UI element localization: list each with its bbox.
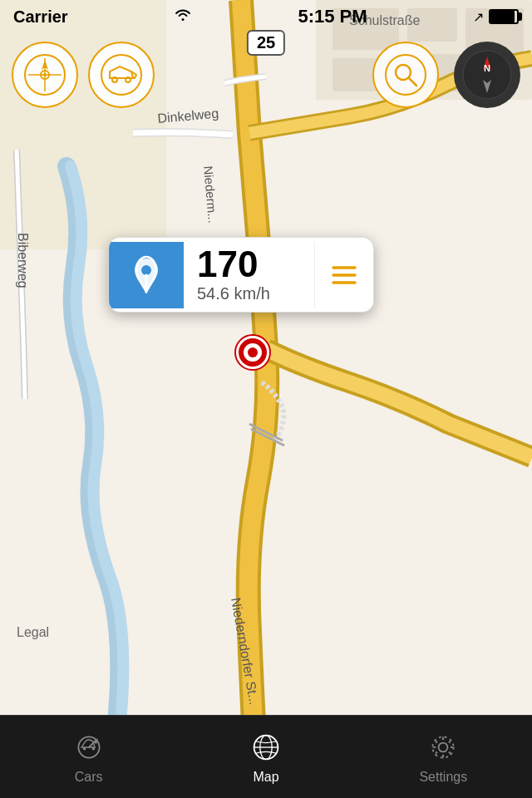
north-compass-icon: N [462,50,512,100]
map-area[interactable]: Dinkelweg Biberweg Niederm... Niederndor… [0,0,532,723]
cars-icon [74,732,104,762]
callout-bubble: 170 54.6 km/h [108,237,374,313]
status-bar: Carrier 5:15 PM ↗ [0,0,532,33]
wifi-icon [174,8,192,26]
pin-icon [123,252,170,298]
tab-settings[interactable]: Settings [355,722,532,793]
callout-menu-button[interactable] [314,242,373,308]
status-time: 5:15 PM [298,6,367,27]
svg-point-20 [43,73,47,76]
svg-point-39 [248,347,258,357]
horn-button[interactable] [88,42,155,108]
svg-text:Biberweg: Biberweg [16,233,30,288]
map-tab-label: Map [253,770,278,785]
svg-point-31 [141,265,151,275]
svg-point-22 [112,77,117,82]
current-location-icon [234,333,272,372]
globe-icon [251,732,281,762]
cars-tab-icon [71,730,106,765]
tab-map[interactable]: Map [177,722,354,793]
speed-callout: 170 54.6 km/h [108,237,374,313]
svg-point-46 [439,742,448,751]
callout-pin-icon [109,242,184,308]
callout-content: 170 54.6 km/h [184,238,314,312]
callout-speed-unit: 54.6 km/h [197,284,301,303]
location-marker [234,333,272,372]
north-compass[interactable]: N [454,42,520,108]
battery-icon [489,9,519,24]
search-button[interactable] [372,42,439,108]
search-icon [384,53,427,96]
tab-bar: Cars Map [0,715,532,798]
callout-speed-number: 170 [197,246,301,283]
svg-point-41 [82,747,86,751]
speed-limit-badge: 25 [247,30,285,56]
svg-line-26 [409,78,416,86]
svg-point-42 [91,747,95,751]
status-right: ↗ [473,9,519,25]
svg-text:N: N [484,63,490,73]
horn-icon [100,53,143,96]
svg-point-24 [386,55,426,95]
location-arrow-icon: ↗ [473,9,484,25]
legal-text[interactable]: Legal [17,625,49,640]
carrier-text: Carrier [13,7,68,27]
menu-lines-icon [328,259,360,291]
gear-icon [428,732,458,762]
map-tab-icon [249,730,283,765]
settings-tab-label: Settings [419,770,467,785]
speed-limit-value: 25 [257,33,275,52]
compass-button[interactable] [12,42,78,108]
svg-point-23 [126,77,131,82]
battery-fill [490,11,515,22]
tab-cars[interactable]: Cars [0,722,177,793]
settings-tab-icon [426,730,461,765]
compass-icon [23,53,66,96]
cars-tab-label: Cars [75,770,103,785]
